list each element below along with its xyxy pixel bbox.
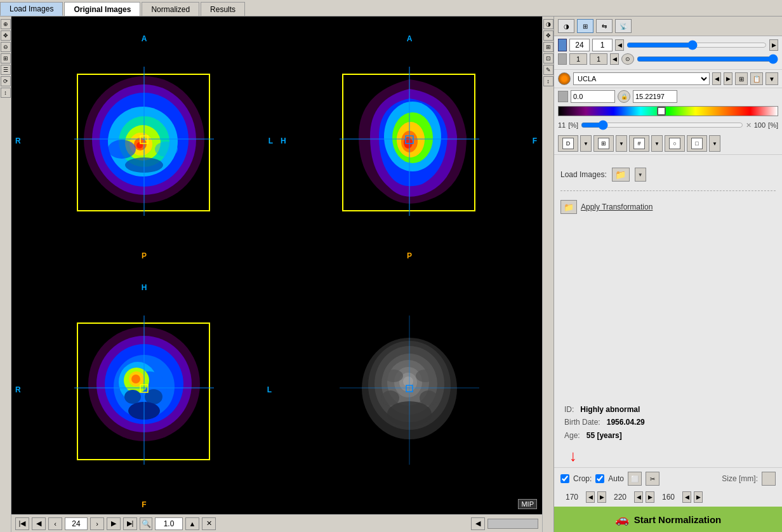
nav-prev-btn[interactable]: ◀ xyxy=(32,517,46,530)
render-btn-2[interactable]: ⊞ xyxy=(593,135,614,152)
slice-arrow-right[interactable]: ▶ xyxy=(769,39,778,51)
toolbar-btn-4[interactable]: ⊞ xyxy=(1,53,11,63)
lut-icon[interactable]: 🔒 xyxy=(618,90,630,103)
slice-number-input[interactable] xyxy=(569,39,590,51)
brain-scan-mip xyxy=(340,316,479,465)
render-btn-5[interactable]: □ xyxy=(687,135,707,152)
frame-input[interactable] xyxy=(65,517,88,530)
load-images-row: Load Images: 📁 ▼ xyxy=(560,168,776,182)
nav-next-small-btn[interactable]: › xyxy=(90,517,104,530)
right-tb-btn-5[interactable]: ✎ xyxy=(543,65,553,75)
label-f-bl: F xyxy=(142,500,146,509)
slice-row-primary: ◀ ▶ xyxy=(558,39,778,51)
nav-first-btn[interactable]: |◀ xyxy=(15,517,29,530)
render-dropdown-2[interactable]: ▼ xyxy=(616,135,627,152)
right-tb-btn-3[interactable]: ⊞ xyxy=(543,42,553,52)
toolbar-btn-3[interactable]: ⊖ xyxy=(1,42,11,52)
colormap-action-2[interactable]: 📋 xyxy=(750,72,763,85)
size-icon[interactable] xyxy=(762,472,776,486)
svg-point-56 xyxy=(420,390,437,406)
slice-arrow-left[interactable]: ◀ xyxy=(615,39,624,51)
opacity-arrow-left[interactable]: ◀ xyxy=(610,53,619,65)
color-bar[interactable] xyxy=(558,106,778,116)
nav-last-btn[interactable]: ▶| xyxy=(123,517,137,530)
render-icon-4: ○ xyxy=(669,138,680,149)
panel-mip[interactable]: MIP xyxy=(277,265,542,514)
patient-age-value: 55 [years] xyxy=(586,431,622,440)
toolbar-btn-6[interactable]: ⟳ xyxy=(1,76,11,86)
panel-coronal-bottom[interactable]: H F R L xyxy=(11,265,277,514)
render-btn-1[interactable]: D xyxy=(558,135,578,152)
scroll-bar-small[interactable]: ◀ xyxy=(471,517,485,530)
crop-checkbox[interactable] xyxy=(560,474,569,483)
tab-original-images[interactable]: Original Images xyxy=(64,2,140,16)
toolbar-btn-5[interactable]: ☰ xyxy=(1,65,11,75)
load-dropdown-btn[interactable]: ▼ xyxy=(635,168,646,182)
render-btn-4[interactable]: ○ xyxy=(665,135,685,152)
dim2-arrow-left[interactable]: ◀ xyxy=(634,491,643,503)
zoom-up-btn[interactable]: ▲ xyxy=(185,517,199,530)
right-tb-btn-1[interactable]: ◑ xyxy=(543,19,553,29)
colormap-action-3[interactable]: ▼ xyxy=(765,72,778,85)
dim2-arrow-right[interactable]: ▶ xyxy=(646,491,654,503)
separator xyxy=(560,190,776,191)
zoom-reset-btn[interactable]: ✕ xyxy=(202,517,216,530)
render-btn-3[interactable]: # xyxy=(629,135,649,152)
render-dropdown-5[interactable]: ▼ xyxy=(709,135,720,152)
label-h-bl: H xyxy=(142,283,147,292)
opacity-slider[interactable] xyxy=(637,54,778,64)
svg-point-12 xyxy=(155,142,178,157)
tab-normalized[interactable]: Normalized xyxy=(142,2,199,16)
cp-btn-signal[interactable]: 📡 xyxy=(615,19,632,33)
dim1-arrow-right[interactable]: ▶ xyxy=(597,491,606,503)
patient-birth-label: Birth Date: xyxy=(564,418,600,427)
toolbar-btn-1[interactable]: ⊕ xyxy=(1,19,11,29)
label-l-bl: L xyxy=(267,385,272,394)
dim1-arrow-left[interactable]: ◀ xyxy=(586,491,595,503)
cp-btn-display[interactable]: ◑ xyxy=(558,19,574,33)
cp-btn-arrows[interactable]: ⇆ xyxy=(596,19,613,33)
opacity-input[interactable] xyxy=(569,53,587,65)
render-dropdown-3[interactable]: ▼ xyxy=(651,135,663,152)
auto-checkbox[interactable] xyxy=(595,474,604,483)
crop-display-btn[interactable]: ⬜ xyxy=(628,472,642,486)
crop-tool-btn[interactable]: ✂ xyxy=(646,472,659,486)
dim3-arrow-left[interactable]: ◀ xyxy=(682,491,691,503)
thresh-clear-btn[interactable]: ✕ xyxy=(746,121,752,130)
apply-transform-label[interactable]: Apply Transformation xyxy=(581,203,653,211)
opacity-max[interactable] xyxy=(590,53,607,65)
panel-axial-top[interactable]: A P R L xyxy=(11,17,277,265)
right-tb-btn-6[interactable]: ↕ xyxy=(543,76,553,86)
apply-transform-row[interactable]: 📁 Apply Transformation xyxy=(560,200,776,214)
start-normalization-button[interactable]: 🚗 Start Normalization xyxy=(554,507,782,532)
opacity-value-input[interactable] xyxy=(571,90,615,103)
toolbar-btn-2[interactable]: ✥ xyxy=(1,30,11,41)
nav-prev-small-btn[interactable]: ‹ xyxy=(48,517,62,530)
dim3-arrow-right[interactable]: ▶ xyxy=(694,491,703,503)
slice-slider[interactable] xyxy=(626,40,767,50)
max-value-input[interactable] xyxy=(633,90,677,103)
zoom-input[interactable] xyxy=(155,517,183,530)
crop-dims-row: 170 ◀ ▶ 220 ◀ ▶ 160 ◀ ▶ xyxy=(554,489,782,507)
toolbar-btn-7[interactable]: ↕ xyxy=(1,88,11,98)
zoom-out-icon[interactable]: 🔍 xyxy=(140,517,152,530)
thresh-slider[interactable] xyxy=(581,120,743,130)
colormap-nav-right[interactable]: ▶ xyxy=(724,72,732,85)
cp-btn-grid[interactable]: ⊞ xyxy=(577,19,593,33)
tab-results[interactable]: Results xyxy=(201,2,245,16)
colormap-select[interactable]: UCLA xyxy=(573,72,710,85)
patient-id-value: Highly abnormal xyxy=(580,405,640,414)
tab-load-images[interactable]: Load Images xyxy=(0,2,63,16)
right-tb-btn-2[interactable]: ✥ xyxy=(543,30,553,41)
slice-max-input[interactable] xyxy=(592,39,613,51)
right-tb-btn-4[interactable]: ⊡ xyxy=(543,53,553,63)
color-bar-thumb[interactable] xyxy=(657,107,666,116)
panel-sagittal-top[interactable]: A P H F xyxy=(277,17,542,265)
render-dropdown-1[interactable]: ▼ xyxy=(580,135,592,152)
red-arrow-indicator: ↓ xyxy=(554,447,782,465)
label-r-bl: R xyxy=(15,385,21,394)
colormap-action-1[interactable]: ⊞ xyxy=(735,72,748,85)
nav-next-btn[interactable]: ▶ xyxy=(107,517,121,530)
colormap-nav-left[interactable]: ◀ xyxy=(712,72,721,85)
load-folder-btn[interactable]: 📁 xyxy=(612,168,630,182)
